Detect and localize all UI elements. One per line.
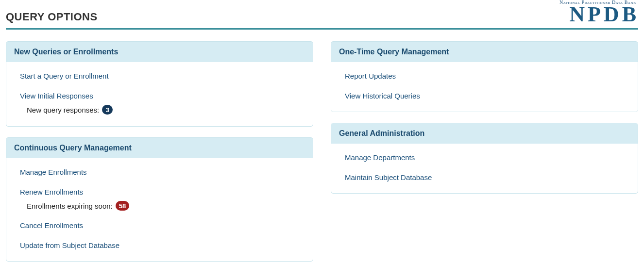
status-badge: 3 [102,105,113,115]
card-title-continuous: Continuous Query Management [6,138,313,158]
left-column: New Queries or Enrollments Start a Query… [6,41,313,272]
page-header: QUERY OPTIONS National Practitioner Data… [6,0,638,30]
link-maintain-subject-db[interactable]: Maintain Subject Database [345,173,624,181]
page-title: QUERY OPTIONS [6,11,98,25]
link-manage-departments[interactable]: Manage Departments [345,153,624,162]
link-view-initial-responses[interactable]: View Initial Responses [20,92,299,100]
status-new-responses: New query responses: 3 [27,105,299,115]
card-title-general: General Administration [331,123,638,144]
status-badge: 58 [116,201,129,211]
card-title-onetime: One-Time Query Management [331,42,638,62]
npdb-logo: National Practitioner Data Bank NPDB [559,0,638,25]
link-renew-enrollments[interactable]: Renew Enrollments [20,188,299,196]
status-expiring-enrollments: Enrollments expiring soon: 58 [27,201,299,211]
card-onetime-query: One-Time Query Management Report Updates… [331,41,638,112]
link-start-query[interactable]: Start a Query or Enrollment [20,72,299,80]
link-report-updates[interactable]: Report Updates [345,72,624,80]
logo-text: NPDB [559,4,639,25]
card-general-admin: General Administration Manage Department… [331,123,638,194]
link-view-historical-queries[interactable]: View Historical Queries [345,92,624,100]
status-label: Enrollments expiring soon: [27,202,113,210]
card-new-queries: New Queries or Enrollments Start a Query… [6,41,313,127]
right-column: One-Time Query Management Report Updates… [331,41,638,272]
link-cancel-enrollments[interactable]: Cancel Enrollments [20,221,299,230]
link-manage-enrollments[interactable]: Manage Enrollments [20,168,299,176]
link-update-from-subject-db[interactable]: Update from Subject Database [20,241,299,249]
status-label: New query responses: [27,106,99,114]
card-title-new-queries: New Queries or Enrollments [6,42,313,62]
card-continuous-query: Continuous Query Management Manage Enrol… [6,137,313,262]
